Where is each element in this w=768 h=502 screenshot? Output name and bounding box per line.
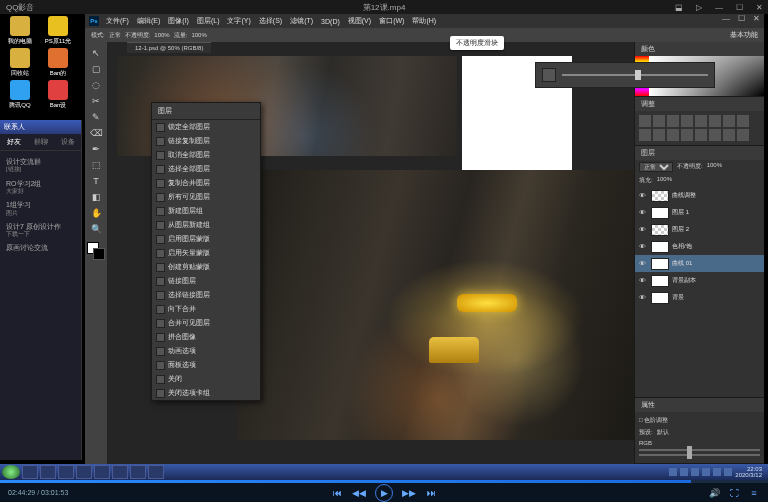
adjust-panel-tab[interactable]: 调整 <box>635 97 764 111</box>
player-maximize-icon[interactable]: ☐ <box>734 3 744 12</box>
taskbar-item[interactable] <box>112 465 128 479</box>
layers-panel-tab[interactable]: 图层 <box>635 146 764 160</box>
dropdown-item[interactable]: 动画选项 <box>152 344 260 358</box>
document-tab[interactable]: 12-1.psd @ 50% (RGB/8) <box>127 42 211 53</box>
workspace-label[interactable]: 基本功能 <box>730 30 758 40</box>
menu-item[interactable]: 帮助(H) <box>409 16 439 26</box>
channel-label[interactable]: RGB <box>639 440 652 446</box>
menu-item[interactable]: 文件(F) <box>103 16 132 26</box>
adjustment-icon[interactable] <box>709 129 721 141</box>
adjustment-icon[interactable] <box>667 129 679 141</box>
opacity-slider-thumb[interactable] <box>635 70 641 80</box>
menu-item[interactable]: 图层(L) <box>194 16 223 26</box>
layer-row[interactable]: 👁图层 2 <box>635 221 764 238</box>
taskbar-item[interactable] <box>40 465 56 479</box>
player-mini-icon[interactable]: ⬓ <box>674 3 684 12</box>
desktop-icon[interactable]: Ban设 <box>42 80 74 108</box>
qq-list-item[interactable]: 1组学习图片 <box>4 198 77 220</box>
slider-handle[interactable] <box>687 451 692 459</box>
qq-tab[interactable]: 群聊 <box>27 134 54 150</box>
desktop-icon[interactable]: PS原11光 <box>42 16 74 44</box>
taskbar-item[interactable] <box>148 465 164 479</box>
adjustment-icon[interactable] <box>695 115 707 127</box>
opacity-value[interactable]: 100% <box>707 162 722 172</box>
tool-button[interactable]: 🔍 <box>88 222 104 236</box>
menu-item[interactable]: 窗口(W) <box>376 16 407 26</box>
visibility-icon[interactable]: 👁 <box>639 277 648 284</box>
tool-button[interactable]: T <box>88 174 104 188</box>
menu-item[interactable]: 文字(Y) <box>224 16 253 26</box>
blend-mode-select[interactable]: 正常 <box>639 162 673 172</box>
tray-icon[interactable] <box>669 468 677 476</box>
visibility-icon[interactable]: 👁 <box>639 226 648 233</box>
ps-maximize-icon[interactable]: ☐ <box>738 14 745 23</box>
taskbar-item[interactable] <box>94 465 110 479</box>
tool-button[interactable]: ✋ <box>88 206 104 220</box>
dropdown-item[interactable]: 关闭 <box>152 372 260 386</box>
adjustment-icon[interactable] <box>653 129 665 141</box>
forward-icon[interactable]: ▶▶ <box>403 487 415 499</box>
option-item[interactable]: 正常 <box>109 31 121 40</box>
dropdown-item[interactable]: 面板选项 <box>152 358 260 372</box>
adjustment-icon[interactable] <box>737 129 749 141</box>
menu-item[interactable]: 选择(S) <box>256 16 285 26</box>
player-close-icon[interactable]: ✕ <box>754 3 764 12</box>
dropdown-item[interactable]: 新建图层组 <box>152 204 260 218</box>
layer-panel-menu[interactable]: 图层 锁定全部图层链接复制图层取消全部图层选择全部图层复制合并图层所有可见图层新… <box>151 102 261 401</box>
tray-icon[interactable] <box>724 468 732 476</box>
visibility-icon[interactable]: 👁 <box>639 294 648 301</box>
tool-button[interactable]: ↖ <box>88 46 104 60</box>
visibility-icon[interactable]: 👁 <box>639 192 648 199</box>
volume-icon[interactable]: 🔊 <box>708 487 720 499</box>
adjustment-icon[interactable] <box>681 115 693 127</box>
color-panel-tab[interactable]: 颜色 <box>635 42 764 56</box>
adjustment-icon[interactable] <box>681 129 693 141</box>
tray-icon[interactable] <box>680 468 688 476</box>
visibility-icon[interactable]: 👁 <box>639 260 648 267</box>
tool-button[interactable]: ✒ <box>88 142 104 156</box>
menu-item[interactable]: 图像(I) <box>165 16 192 26</box>
tool-button[interactable]: ◌ <box>88 78 104 92</box>
start-button[interactable] <box>2 465 20 479</box>
tool-button[interactable]: ◧ <box>88 190 104 204</box>
dropdown-item[interactable]: 创建剪贴蒙版 <box>152 260 260 274</box>
qq-list-item[interactable]: 原画讨论交流 <box>4 241 77 255</box>
layer-row[interactable]: 👁曲线调整 <box>635 187 764 204</box>
qq-list-item[interactable]: RO学习2组大家好 <box>4 177 77 199</box>
dropdown-item[interactable]: 链接复制图层 <box>152 134 260 148</box>
menu-icon[interactable]: ≡ <box>748 487 760 499</box>
windows-taskbar[interactable]: 22:03 2020/3/12 <box>0 464 768 480</box>
qq-list-item[interactable]: 设计交流群[链接] <box>4 155 77 177</box>
dropdown-item[interactable]: 所有可见图层 <box>152 190 260 204</box>
adjustment-icon[interactable] <box>639 115 651 127</box>
option-item[interactable]: 100% <box>191 32 206 38</box>
props-panel-tab[interactable]: 属性 <box>635 398 764 412</box>
tool-button[interactable]: ⬚ <box>88 158 104 172</box>
taskbar-item[interactable] <box>76 465 92 479</box>
opacity-slider-popup[interactable] <box>535 62 715 88</box>
visibility-icon[interactable]: 👁 <box>639 243 648 250</box>
adjustment-icon[interactable] <box>709 115 721 127</box>
taskbar-item[interactable] <box>58 465 74 479</box>
ps-minimize-icon[interactable]: — <box>722 14 730 23</box>
ps-close-icon[interactable]: ✕ <box>753 14 760 23</box>
adjustment-icon[interactable] <box>639 129 651 141</box>
dropdown-item[interactable]: 锁定全部图层 <box>152 120 260 134</box>
desktop-icon[interactable]: Ban的 <box>42 48 74 76</box>
dropdown-item[interactable]: 拼合图像 <box>152 330 260 344</box>
opacity-slider-track[interactable] <box>562 74 708 76</box>
option-item[interactable]: 100% <box>154 32 169 38</box>
dropdown-item[interactable]: 关闭选项卡组 <box>152 386 260 400</box>
fullscreen-icon[interactable]: ⛶ <box>728 487 740 499</box>
props-slider[interactable] <box>639 449 760 451</box>
adjustment-icon[interactable] <box>723 129 735 141</box>
next-track-icon[interactable]: ⏭ <box>425 487 437 499</box>
menu-item[interactable]: 编辑(E) <box>134 16 163 26</box>
dropdown-item[interactable]: 复制合并图层 <box>152 176 260 190</box>
tray-icon[interactable] <box>691 468 699 476</box>
tool-button[interactable]: ✂ <box>88 94 104 108</box>
menu-item[interactable]: 3D(D) <box>318 18 343 25</box>
option-item[interactable]: 不透明度: <box>125 31 151 40</box>
fill-value[interactable]: 100% <box>657 176 672 185</box>
props-slider-2[interactable] <box>639 454 760 456</box>
